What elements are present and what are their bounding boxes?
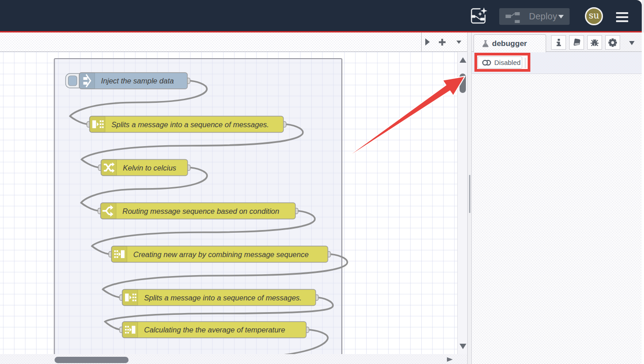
sidebar-menu-chevron-icon[interactable] — [629, 41, 635, 45]
user-avatar[interactable]: su — [585, 7, 603, 25]
deploy-button-label: Deploy — [529, 11, 557, 22]
deploy-nodes-icon — [505, 10, 521, 23]
node-label: Inject the sample data — [101, 77, 174, 85]
flow-node-change[interactable]: Kelvin to celcius — [98, 160, 190, 176]
node-label: Calculating the the average of temperatu… — [144, 326, 285, 334]
debugger-content-panel — [472, 74, 642, 364]
horizontal-scroll-thumb[interactable] — [55, 357, 129, 363]
scroll-tabs-right-icon[interactable] — [425, 38, 430, 46]
vertical-scroll-thumb[interactable] — [460, 74, 466, 93]
info-button[interactable] — [551, 35, 566, 50]
debugger-toolbar: Disabled — [472, 52, 642, 74]
node-label: Routing message sequence based on condit… — [123, 207, 280, 215]
add-flow-icon[interactable] — [439, 39, 446, 46]
gear-icon — [608, 38, 617, 47]
flow-node-split[interactable]: Splits a message into a sequence of mess… — [87, 116, 286, 133]
deploy-button[interactable]: Deploy — [499, 8, 570, 25]
toggle-button-label: Disabled — [494, 59, 520, 66]
sidebar-tab-label: debugger — [492, 39, 527, 48]
flow-canvas[interactable]: Inject the sample dataSplits a message i… — [0, 52, 457, 354]
bug-icon — [590, 38, 599, 47]
debug-bug-button[interactable] — [587, 35, 602, 50]
toggle-off-icon — [481, 59, 492, 66]
info-icon — [555, 38, 563, 46]
ai-flow-assistant-icon[interactable] — [470, 7, 488, 25]
separator-grip — [469, 175, 470, 213]
main-menu-icon[interactable] — [616, 12, 628, 22]
node-label: Splits a message into a sequence of mess… — [144, 294, 302, 302]
menu-bar — [616, 12, 628, 14]
flow-node-inject[interactable]: Inject the sample data — [66, 73, 190, 89]
workspace-tab-controls — [421, 32, 467, 52]
menu-bar — [616, 20, 628, 22]
menu-bar — [616, 16, 628, 18]
help-book-button[interactable] — [569, 35, 584, 50]
flow-node-switch[interactable]: Routing message sequence based on condit… — [98, 203, 298, 219]
window-edge-gutter — [642, 0, 644, 32]
book-icon — [572, 38, 581, 47]
flow-node-split[interactable]: Splits a message into a sequence of mess… — [120, 290, 318, 306]
flow-node-join[interactable]: Creating new array by combining message … — [109, 246, 331, 263]
header-bar: Deploy su — [0, 0, 642, 31]
flask-icon — [482, 40, 489, 47]
node-label: Kelvin to celcius — [123, 164, 176, 172]
flow-node-join[interactable]: Calculating the the average of temperatu… — [120, 322, 309, 338]
sidebar-tab-debugger[interactable]: debugger — [474, 34, 546, 52]
vertical-scrollbar[interactable] — [457, 52, 467, 354]
sidebar: debugger Disabled — [472, 32, 642, 364]
toolbar-separator — [525, 58, 525, 68]
node-red-editor: Deploy su Inject the sample dataSplits a… — [0, 0, 644, 364]
deploy-options-chevron-icon[interactable] — [558, 15, 564, 18]
horizontal-scrollbar[interactable] — [0, 354, 467, 364]
scroll-right-icon[interactable] — [447, 357, 453, 362]
scroll-down-icon[interactable] — [460, 344, 466, 349]
debugger-disabled-toggle-button[interactable]: Disabled — [478, 56, 522, 69]
sidebar-separator[interactable] — [467, 32, 472, 364]
node-label: Creating new array by combining message … — [133, 250, 309, 258]
node-label: Splits a message into a sequence of mess… — [111, 120, 269, 129]
config-gear-button[interactable] — [605, 35, 620, 50]
scroll-up-icon[interactable] — [460, 57, 466, 63]
workspace-tab-bar — [0, 32, 467, 52]
list-flows-chevron-icon[interactable] — [456, 41, 461, 44]
